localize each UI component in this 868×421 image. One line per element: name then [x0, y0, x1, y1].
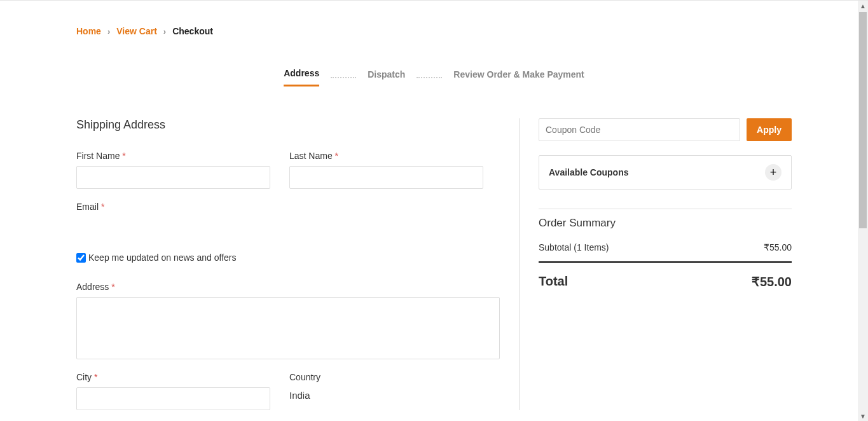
summary-divider: [539, 261, 792, 263]
country-value: India: [289, 387, 483, 401]
breadcrumb-home[interactable]: Home: [76, 26, 101, 36]
breadcrumb-current: Checkout: [172, 26, 213, 36]
address-input[interactable]: [76, 297, 500, 359]
apply-coupon-button[interactable]: Apply: [747, 118, 792, 141]
city-input[interactable]: [76, 387, 270, 410]
plus-icon[interactable]: +: [765, 164, 782, 181]
subtotal-value: ₹55.00: [764, 242, 792, 252]
address-label: Address *: [76, 282, 500, 292]
chevron-right-icon: ›: [107, 27, 110, 36]
city-label: City *: [76, 372, 270, 382]
last-name-input[interactable]: [289, 166, 483, 189]
order-summary-title: Order Summary: [539, 209, 792, 230]
first-name-input[interactable]: [76, 166, 270, 189]
first-name-label: First Name *: [76, 151, 270, 161]
order-sidebar: Apply Available Coupons + Order Summary …: [539, 118, 792, 410]
checkout-steps: Address Dispatch Review Order & Make Pay…: [76, 68, 792, 86]
step-divider: [331, 77, 356, 78]
chevron-right-icon: ›: [163, 27, 166, 36]
scroll-up-arrow-icon[interactable]: ▲: [858, 1, 868, 11]
country-label: Country: [289, 372, 483, 382]
scrollbar-thumb[interactable]: [859, 12, 867, 228]
step-divider: [417, 77, 442, 78]
scroll-down-arrow-icon[interactable]: ▼: [858, 411, 868, 421]
subtotal-label: Subtotal (1 Items): [539, 242, 609, 252]
shipping-title: Shipping Address: [76, 118, 500, 132]
last-name-label: Last Name *: [289, 151, 483, 161]
email-label: Email *: [76, 202, 500, 212]
total-label: Total: [539, 274, 568, 289]
scrollbar[interactable]: ▲ ▼: [858, 1, 868, 421]
breadcrumb: Home › View Cart › Checkout: [76, 26, 792, 36]
available-coupons-label: Available Coupons: [549, 167, 629, 177]
step-address[interactable]: Address: [284, 68, 319, 86]
breadcrumb-view-cart[interactable]: View Cart: [116, 26, 157, 36]
step-dispatch: Dispatch: [368, 69, 405, 86]
coupon-input[interactable]: [539, 118, 740, 141]
newsletter-label[interactable]: Keep me updated on news and offers: [88, 252, 236, 263]
newsletter-checkbox[interactable]: [76, 253, 86, 263]
email-input[interactable]: [76, 217, 500, 240]
step-review-payment: Review Order & Make Payment: [453, 69, 584, 86]
shipping-address-form: Shipping Address First Name * Last Name …: [76, 118, 520, 410]
total-value: ₹55.00: [752, 274, 792, 289]
available-coupons-toggle[interactable]: Available Coupons +: [539, 155, 792, 190]
